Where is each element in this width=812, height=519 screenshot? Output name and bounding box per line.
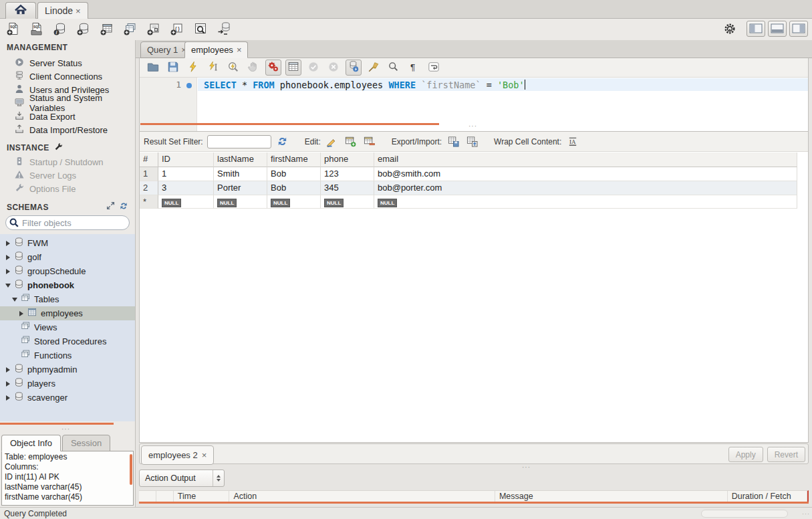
selector-stepper-icon[interactable]	[213, 470, 224, 486]
data-cell[interactable]: bob@smith.com	[374, 167, 797, 181]
sidebar-splitter[interactable]: ···	[61, 425, 70, 433]
chevron-right-icon[interactable]	[17, 311, 25, 316]
limit-rows-button[interactable]	[285, 60, 301, 76]
data-cell[interactable]: NULL	[321, 195, 374, 209]
tab-employees[interactable]: employees ×	[184, 41, 248, 58]
row-number-cell[interactable]: 1	[140, 167, 158, 181]
execute-button[interactable]	[185, 60, 201, 76]
tree-node-fwm[interactable]: FWM	[0, 236, 135, 250]
sidebar-item-options-file[interactable]: Options File	[0, 182, 135, 195]
sidebar-item-server-logs[interactable]: Server Logs	[0, 169, 135, 182]
tab-object-info[interactable]: Object Info	[1, 435, 61, 451]
wrap-text-button[interactable]	[426, 60, 442, 76]
open-sql-script-button[interactable]: SQL	[28, 21, 45, 38]
sidebar-item-client-connections[interactable]: Client Connections	[0, 70, 135, 83]
output-splitter[interactable]: ···	[522, 463, 531, 471]
resize-grip[interactable]: ···	[802, 510, 810, 517]
invisible-chars-button[interactable]: ¶	[406, 60, 422, 76]
close-icon[interactable]: ×	[237, 45, 242, 55]
find-button[interactable]	[386, 60, 402, 76]
sidebar-item-data-import-restore[interactable]: Data Import/Restore	[0, 123, 135, 136]
explain-button[interactable]	[225, 60, 241, 76]
execute-current-button[interactable]	[205, 60, 221, 76]
sidebar-item-server-status[interactable]: Server Status	[0, 56, 135, 70]
data-cell[interactable]: bob@porter.com	[374, 181, 797, 195]
data-cell[interactable]: NULL	[158, 195, 214, 209]
create-function-button[interactable]: { }	[168, 21, 186, 38]
sidebar-item-startup-shutdown[interactable]: Startup / Shutdown	[0, 155, 135, 169]
beautify-button[interactable]	[366, 60, 382, 76]
chevron-right-icon[interactable]	[4, 381, 12, 387]
chevron-right-icon[interactable]	[4, 395, 12, 401]
stop-on-error-button[interactable]	[265, 60, 281, 76]
tree-node-phpmyadmin[interactable]: phpmyadmin	[0, 362, 135, 377]
reconnect-dbms-button[interactable]	[215, 21, 233, 38]
column-header-firstname[interactable]: firstName	[267, 152, 321, 167]
schema-filter-input[interactable]	[5, 215, 130, 230]
data-cell[interactable]: NULL	[214, 195, 267, 209]
tree-node-golf[interactable]: golf	[0, 250, 135, 264]
statusbar-scrollbar[interactable]	[701, 510, 788, 518]
create-schema-button[interactable]	[75, 21, 92, 38]
tree-node-tables[interactable]: Tables	[0, 292, 135, 306]
data-cell[interactable]: 1	[158, 167, 214, 181]
autocommit-button[interactable]	[346, 60, 362, 76]
info-scrollbar[interactable]	[130, 454, 132, 485]
tree-node-stored-procedures[interactable]: Stored Procedures	[0, 334, 135, 348]
tree-node-views[interactable]: Views	[0, 320, 135, 334]
tree-node-functions[interactable]: Functions	[0, 348, 135, 362]
data-cell[interactable]: Bob	[267, 181, 321, 195]
schema-inspector-button[interactable]: i	[51, 21, 69, 38]
data-cell[interactable]: Bob	[267, 167, 321, 181]
close-icon[interactable]: ×	[202, 450, 207, 460]
row-number-cell[interactable]: 2	[140, 181, 158, 195]
new-query-tab-button[interactable]: SQL	[5, 21, 22, 38]
tree-node-phonebook[interactable]: phonebook	[0, 278, 135, 292]
tree-node-scavenger[interactable]: scavenger	[0, 391, 135, 405]
data-cell[interactable]: 123	[321, 167, 374, 181]
open-script-button[interactable]	[145, 60, 161, 76]
column-header-phone[interactable]: phone	[321, 152, 374, 167]
refresh-schemas-icon[interactable]	[119, 201, 128, 213]
export-recordset-icon[interactable]	[446, 134, 460, 149]
home-tab[interactable]	[5, 2, 36, 19]
chevron-right-icon[interactable]	[4, 255, 12, 260]
output-selector[interactable]: Action Output	[139, 470, 225, 487]
column-header-rownum[interactable]: #	[140, 152, 158, 167]
chevron-right-icon[interactable]	[4, 269, 12, 274]
chevron-right-icon[interactable]	[4, 367, 12, 373]
save-script-button[interactable]	[165, 60, 181, 76]
close-icon[interactable]: ×	[76, 6, 81, 16]
column-header-email[interactable]: email	[374, 152, 797, 167]
result-set-tab-employees-2[interactable]: employees 2 ×	[141, 445, 214, 465]
column-header-lastname[interactable]: lastName	[214, 152, 267, 167]
result-filter-input[interactable]	[207, 135, 271, 148]
tree-node-groupschedule[interactable]: groupSchedule	[0, 264, 135, 278]
create-table-button[interactable]	[98, 21, 116, 38]
create-view-button[interactable]	[122, 21, 139, 38]
search-table-data-button[interactable]	[192, 21, 209, 38]
toggle-left-sidebar-button[interactable]	[747, 21, 765, 37]
column-header-id[interactable]: ID	[158, 152, 214, 167]
refresh-results-icon[interactable]	[275, 134, 290, 149]
data-cell[interactable]: Porter	[214, 181, 267, 195]
delete-row-icon[interactable]	[362, 134, 377, 149]
data-cell[interactable]: 345	[321, 181, 374, 195]
chevron-down-icon[interactable]	[4, 284, 12, 288]
wrap-cell-content-icon[interactable]: IA	[565, 134, 580, 149]
data-cell[interactable]: NULL	[374, 195, 797, 209]
editor-result-splitter[interactable]: ···	[468, 122, 477, 130]
row-number-cell[interactable]: *	[140, 195, 158, 209]
toggle-bottom-panel-button[interactable]	[768, 21, 787, 37]
commit-button[interactable]	[305, 60, 321, 76]
chevron-right-icon[interactable]	[4, 241, 12, 246]
import-recordset-icon[interactable]	[464, 134, 479, 149]
tab-session[interactable]: Session	[62, 435, 110, 451]
data-cell[interactable]: NULL	[267, 195, 321, 209]
apply-button[interactable]: Apply	[728, 447, 763, 462]
toggle-right-sidebar-button[interactable]	[789, 21, 808, 37]
create-procedure-button[interactable]	[145, 21, 162, 38]
connection-tab-linode[interactable]: Linode ×	[37, 2, 88, 19]
data-cell[interactable]: 3	[158, 181, 214, 195]
preferences-gear-icon[interactable]	[722, 21, 737, 36]
